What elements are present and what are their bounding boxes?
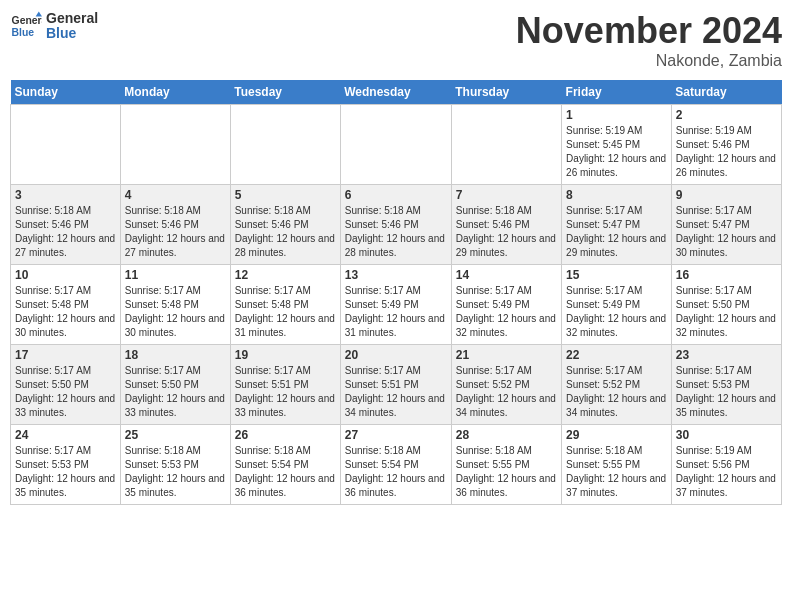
page-header: General Blue General Blue November 2024 …: [10, 10, 782, 70]
day-info: Sunrise: 5:17 AM Sunset: 5:50 PM Dayligh…: [125, 364, 226, 420]
day-number: 20: [345, 348, 447, 362]
calendar-cell: 5Sunrise: 5:18 AM Sunset: 5:46 PM Daylig…: [230, 185, 340, 265]
day-info: Sunrise: 5:18 AM Sunset: 5:46 PM Dayligh…: [345, 204, 447, 260]
calendar-cell: 3Sunrise: 5:18 AM Sunset: 5:46 PM Daylig…: [11, 185, 121, 265]
day-number: 19: [235, 348, 336, 362]
day-info: Sunrise: 5:18 AM Sunset: 5:55 PM Dayligh…: [566, 444, 667, 500]
day-number: 11: [125, 268, 226, 282]
calendar-table: SundayMondayTuesdayWednesdayThursdayFrid…: [10, 80, 782, 505]
day-number: 13: [345, 268, 447, 282]
day-info: Sunrise: 5:17 AM Sunset: 5:53 PM Dayligh…: [676, 364, 777, 420]
calendar-cell: 10Sunrise: 5:17 AM Sunset: 5:48 PM Dayli…: [11, 265, 121, 345]
day-info: Sunrise: 5:17 AM Sunset: 5:52 PM Dayligh…: [456, 364, 557, 420]
day-number: 5: [235, 188, 336, 202]
logo-icon: General Blue: [10, 10, 42, 42]
calendar-cell: 25Sunrise: 5:18 AM Sunset: 5:53 PM Dayli…: [120, 425, 230, 505]
calendar-cell: 14Sunrise: 5:17 AM Sunset: 5:49 PM Dayli…: [451, 265, 561, 345]
logo-blue: Blue: [46, 26, 98, 41]
calendar-cell: 28Sunrise: 5:18 AM Sunset: 5:55 PM Dayli…: [451, 425, 561, 505]
day-number: 9: [676, 188, 777, 202]
day-number: 14: [456, 268, 557, 282]
weekday-header: Monday: [120, 80, 230, 105]
calendar-cell: [11, 105, 121, 185]
calendar-cell: 13Sunrise: 5:17 AM Sunset: 5:49 PM Dayli…: [340, 265, 451, 345]
day-info: Sunrise: 5:18 AM Sunset: 5:46 PM Dayligh…: [125, 204, 226, 260]
svg-text:General: General: [12, 15, 42, 26]
weekday-header: Friday: [562, 80, 672, 105]
calendar-cell: 22Sunrise: 5:17 AM Sunset: 5:52 PM Dayli…: [562, 345, 672, 425]
calendar-cell: 7Sunrise: 5:18 AM Sunset: 5:46 PM Daylig…: [451, 185, 561, 265]
day-number: 10: [15, 268, 116, 282]
day-info: Sunrise: 5:17 AM Sunset: 5:53 PM Dayligh…: [15, 444, 116, 500]
day-number: 23: [676, 348, 777, 362]
calendar-cell: [230, 105, 340, 185]
calendar-cell: 24Sunrise: 5:17 AM Sunset: 5:53 PM Dayli…: [11, 425, 121, 505]
calendar-cell: 11Sunrise: 5:17 AM Sunset: 5:48 PM Dayli…: [120, 265, 230, 345]
svg-text:Blue: Blue: [12, 27, 35, 38]
day-info: Sunrise: 5:17 AM Sunset: 5:50 PM Dayligh…: [15, 364, 116, 420]
calendar-cell: [451, 105, 561, 185]
calendar-cell: 30Sunrise: 5:19 AM Sunset: 5:56 PM Dayli…: [671, 425, 781, 505]
calendar-cell: 29Sunrise: 5:18 AM Sunset: 5:55 PM Dayli…: [562, 425, 672, 505]
day-info: Sunrise: 5:19 AM Sunset: 5:56 PM Dayligh…: [676, 444, 777, 500]
calendar-cell: [340, 105, 451, 185]
calendar-cell: 2Sunrise: 5:19 AM Sunset: 5:46 PM Daylig…: [671, 105, 781, 185]
day-number: 7: [456, 188, 557, 202]
calendar-cell: 6Sunrise: 5:18 AM Sunset: 5:46 PM Daylig…: [340, 185, 451, 265]
day-info: Sunrise: 5:18 AM Sunset: 5:53 PM Dayligh…: [125, 444, 226, 500]
calendar-cell: 27Sunrise: 5:18 AM Sunset: 5:54 PM Dayli…: [340, 425, 451, 505]
day-number: 2: [676, 108, 777, 122]
weekday-header: Thursday: [451, 80, 561, 105]
day-number: 1: [566, 108, 667, 122]
calendar-week-row: 3Sunrise: 5:18 AM Sunset: 5:46 PM Daylig…: [11, 185, 782, 265]
svg-marker-2: [36, 12, 42, 17]
day-info: Sunrise: 5:17 AM Sunset: 5:49 PM Dayligh…: [566, 284, 667, 340]
day-info: Sunrise: 5:18 AM Sunset: 5:46 PM Dayligh…: [15, 204, 116, 260]
day-info: Sunrise: 5:17 AM Sunset: 5:51 PM Dayligh…: [235, 364, 336, 420]
calendar-week-row: 17Sunrise: 5:17 AM Sunset: 5:50 PM Dayli…: [11, 345, 782, 425]
calendar-cell: 17Sunrise: 5:17 AM Sunset: 5:50 PM Dayli…: [11, 345, 121, 425]
logo: General Blue General Blue: [10, 10, 98, 42]
weekday-header: Tuesday: [230, 80, 340, 105]
day-number: 16: [676, 268, 777, 282]
day-number: 25: [125, 428, 226, 442]
calendar-cell: 8Sunrise: 5:17 AM Sunset: 5:47 PM Daylig…: [562, 185, 672, 265]
day-number: 18: [125, 348, 226, 362]
title-block: November 2024 Nakonde, Zambia: [516, 10, 782, 70]
day-info: Sunrise: 5:18 AM Sunset: 5:46 PM Dayligh…: [235, 204, 336, 260]
weekday-header: Wednesday: [340, 80, 451, 105]
calendar-cell: [120, 105, 230, 185]
day-info: Sunrise: 5:18 AM Sunset: 5:54 PM Dayligh…: [235, 444, 336, 500]
weekday-header: Sunday: [11, 80, 121, 105]
logo-text: General Blue: [46, 11, 98, 42]
calendar-cell: 4Sunrise: 5:18 AM Sunset: 5:46 PM Daylig…: [120, 185, 230, 265]
day-info: Sunrise: 5:19 AM Sunset: 5:46 PM Dayligh…: [676, 124, 777, 180]
day-number: 21: [456, 348, 557, 362]
calendar-cell: 26Sunrise: 5:18 AM Sunset: 5:54 PM Dayli…: [230, 425, 340, 505]
calendar-cell: 19Sunrise: 5:17 AM Sunset: 5:51 PM Dayli…: [230, 345, 340, 425]
location: Nakonde, Zambia: [516, 52, 782, 70]
calendar-cell: 15Sunrise: 5:17 AM Sunset: 5:49 PM Dayli…: [562, 265, 672, 345]
day-number: 17: [15, 348, 116, 362]
day-info: Sunrise: 5:18 AM Sunset: 5:46 PM Dayligh…: [456, 204, 557, 260]
calendar-cell: 20Sunrise: 5:17 AM Sunset: 5:51 PM Dayli…: [340, 345, 451, 425]
weekday-header: Saturday: [671, 80, 781, 105]
calendar-cell: 23Sunrise: 5:17 AM Sunset: 5:53 PM Dayli…: [671, 345, 781, 425]
calendar-cell: 18Sunrise: 5:17 AM Sunset: 5:50 PM Dayli…: [120, 345, 230, 425]
day-info: Sunrise: 5:19 AM Sunset: 5:45 PM Dayligh…: [566, 124, 667, 180]
month-title: November 2024: [516, 10, 782, 52]
day-number: 27: [345, 428, 447, 442]
day-number: 3: [15, 188, 116, 202]
day-info: Sunrise: 5:18 AM Sunset: 5:55 PM Dayligh…: [456, 444, 557, 500]
day-number: 12: [235, 268, 336, 282]
calendar-cell: 21Sunrise: 5:17 AM Sunset: 5:52 PM Dayli…: [451, 345, 561, 425]
day-info: Sunrise: 5:18 AM Sunset: 5:54 PM Dayligh…: [345, 444, 447, 500]
day-number: 28: [456, 428, 557, 442]
day-info: Sunrise: 5:17 AM Sunset: 5:49 PM Dayligh…: [456, 284, 557, 340]
day-number: 24: [15, 428, 116, 442]
calendar-week-row: 10Sunrise: 5:17 AM Sunset: 5:48 PM Dayli…: [11, 265, 782, 345]
logo-general: General: [46, 11, 98, 26]
day-number: 4: [125, 188, 226, 202]
day-number: 8: [566, 188, 667, 202]
calendar-cell: 16Sunrise: 5:17 AM Sunset: 5:50 PM Dayli…: [671, 265, 781, 345]
